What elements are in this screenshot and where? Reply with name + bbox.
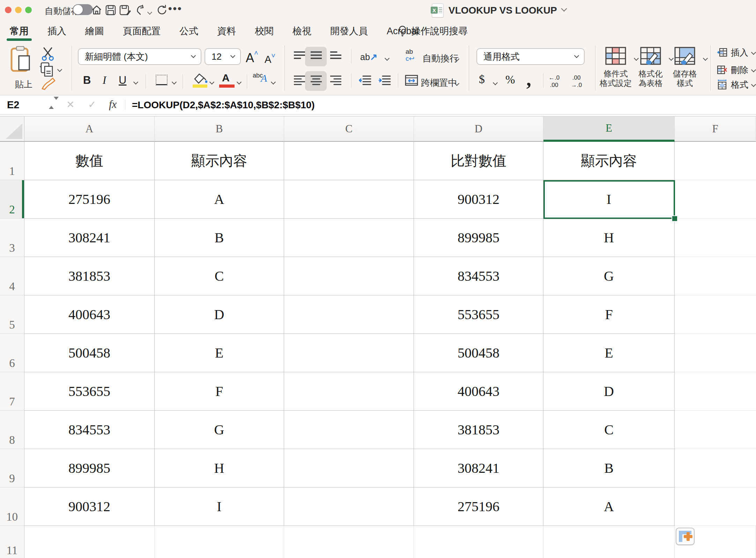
increase-indent-icon[interactable] (378, 75, 391, 87)
comma-format-icon[interactable]: , (526, 68, 531, 90)
increase-decimal-icon[interactable]: ←.0 .00 (549, 74, 559, 89)
cell-C6[interactable] (284, 334, 414, 372)
undo-icon[interactable] (135, 5, 146, 16)
cell-A11[interactable] (24, 526, 155, 558)
tab-資料[interactable]: 資料 (217, 21, 236, 41)
tab-校閱[interactable]: 校閱 (255, 21, 274, 41)
save-as-icon[interactable] (119, 5, 131, 16)
minimize-window-button[interactable] (15, 7, 22, 13)
format-as-table-button[interactable]: 格式化為表格 (634, 47, 667, 91)
cell-B1[interactable]: 顯示內容 (155, 142, 284, 180)
format-painter-icon[interactable] (41, 78, 56, 91)
decrease-indent-icon[interactable] (359, 75, 371, 87)
name-box-stepper[interactable] (49, 100, 59, 106)
cell-E2[interactable]: I (543, 180, 675, 219)
cell-styles-button[interactable]: 儲存格樣式 (668, 47, 702, 91)
column-header-C[interactable]: C (284, 117, 414, 142)
tab-開發人員[interactable]: 開發人員 (330, 21, 368, 41)
cell-E5[interactable]: F (543, 295, 675, 334)
cell-F4[interactable] (675, 257, 756, 295)
cell-A10[interactable]: 900312 (24, 487, 155, 526)
cancel-icon[interactable]: ✕ (66, 99, 74, 110)
cell-C1[interactable] (284, 142, 414, 180)
save-icon[interactable] (105, 5, 116, 16)
row-header-1[interactable]: 1 (0, 142, 24, 180)
cell-E6[interactable]: E (543, 334, 675, 372)
cell-B10[interactable]: I (155, 487, 284, 526)
cell-E9[interactable]: B (543, 449, 675, 487)
cell-A8[interactable]: 834553 (24, 411, 155, 449)
cell-A5[interactable]: 400643 (24, 295, 155, 334)
cell-B4[interactable]: C (155, 257, 284, 295)
close-window-button[interactable] (5, 7, 12, 13)
row-header-7[interactable]: 7 (0, 372, 24, 411)
cell-E10[interactable]: A (543, 487, 675, 526)
cell-C9[interactable] (284, 449, 414, 487)
cell-D5[interactable]: 553655 (414, 295, 543, 334)
column-header-D[interactable]: D (414, 117, 543, 142)
row-header-6[interactable]: 6 (0, 334, 24, 372)
cell-B8[interactable]: G (155, 411, 284, 449)
fill-color-chevron[interactable] (210, 79, 214, 85)
enter-icon[interactable]: ✓ (88, 99, 96, 110)
wrap-text-icon[interactable]: abc↩ (406, 48, 414, 62)
row-header-11[interactable]: 11 (0, 526, 24, 558)
paste-button[interactable]: 貼上 (8, 46, 45, 90)
percent-format-icon[interactable]: % (505, 73, 515, 86)
insert-cells-button[interactable]: 插入 (717, 45, 755, 59)
cell-B11[interactable] (155, 526, 284, 558)
cell-D6[interactable]: 500458 (414, 334, 543, 372)
cell-D3[interactable]: 899985 (414, 219, 543, 257)
cell-C2[interactable] (284, 180, 414, 219)
decrease-font-icon[interactable]: A˅ (265, 52, 275, 65)
select-all-corner[interactable] (0, 117, 24, 142)
tab-公式[interactable]: 公式 (179, 21, 198, 41)
cell-B3[interactable]: B (155, 219, 284, 257)
align-top-icon[interactable] (294, 51, 305, 62)
cell-C4[interactable] (284, 257, 414, 295)
column-header-E[interactable]: E (543, 117, 675, 142)
column-header-F[interactable]: F (675, 117, 756, 142)
fill-handle[interactable] (672, 215, 678, 222)
row-header-9[interactable]: 9 (0, 449, 24, 487)
cell-D4[interactable]: 834553 (414, 257, 543, 295)
cell-A7[interactable]: 553655 (24, 372, 155, 411)
underline-chevron[interactable] (134, 79, 138, 85)
cell-F7[interactable] (675, 372, 756, 411)
text-effects-chevron[interactable] (272, 79, 275, 85)
merge-center-label[interactable]: 跨欄置中 (421, 77, 457, 89)
tab-繪圖[interactable]: 繪圖 (85, 21, 104, 41)
cell-F2[interactable] (675, 180, 756, 219)
wrap-text-chevron[interactable] (455, 56, 459, 62)
cell-C8[interactable] (284, 411, 414, 449)
more-commands-icon[interactable]: ••• (168, 3, 183, 15)
cell-C7[interactable] (284, 372, 414, 411)
font-color-icon[interactable]: A (222, 72, 230, 84)
row-header-4[interactable]: 4 (0, 257, 24, 295)
cell-C3[interactable] (284, 219, 414, 257)
cell-E11[interactable] (543, 526, 675, 558)
merge-center-chevron[interactable] (455, 80, 459, 87)
cell-A9[interactable]: 899985 (24, 449, 155, 487)
cell-E4[interactable]: G (543, 257, 675, 295)
tab-常用[interactable]: 常用 (10, 21, 29, 41)
cell-D7[interactable]: 400643 (414, 372, 543, 411)
help-search[interactable]: 操作說明搜尋 (398, 21, 468, 41)
format-cells-button[interactable]: 格式 (717, 78, 755, 91)
name-box[interactable]: E2 (7, 99, 19, 111)
font-name-select[interactable]: 新細明體 (本文) (78, 48, 201, 65)
cut-icon[interactable] (41, 47, 54, 62)
cell-B2[interactable]: A (155, 180, 284, 219)
cell-A2[interactable]: 275196 (24, 180, 155, 219)
underline-button[interactable]: U (119, 74, 126, 87)
cell-B6[interactable]: E (155, 334, 284, 372)
cell-A3[interactable]: 308241 (24, 219, 155, 257)
merge-center-icon[interactable] (405, 75, 418, 87)
cell-A1[interactable]: 數值 (24, 142, 155, 180)
font-size-select[interactable]: 12 (205, 48, 241, 65)
row-header-10[interactable]: 10 (0, 487, 24, 526)
column-header-B[interactable]: B (155, 117, 284, 142)
cell-B5[interactable]: D (155, 295, 284, 334)
cell-C11[interactable] (284, 526, 414, 558)
cell-E8[interactable]: C (543, 411, 675, 449)
